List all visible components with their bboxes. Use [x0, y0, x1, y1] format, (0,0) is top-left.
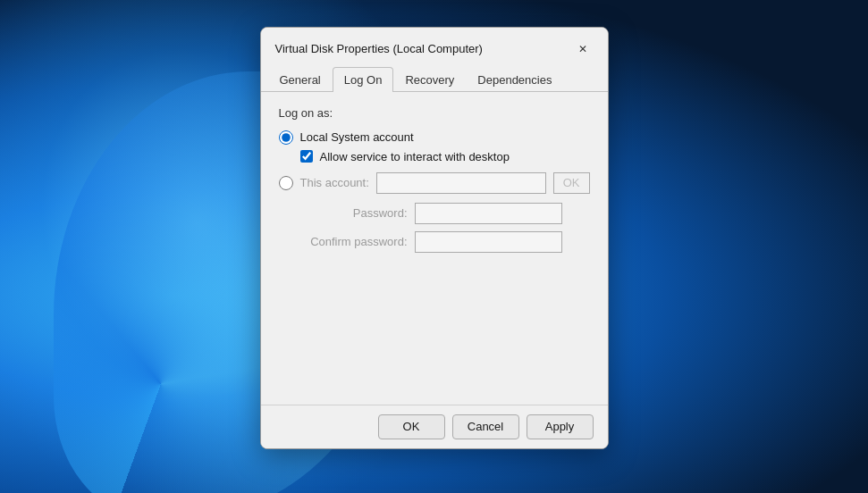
- cancel-button[interactable]: Cancel: [452, 414, 519, 439]
- ok-button[interactable]: OK: [378, 414, 445, 439]
- dialog-title: Virtual Disk Properties (Local Computer): [275, 42, 483, 55]
- dialog-overlay: Virtual Disk Properties (Local Computer)…: [0, 0, 868, 493]
- dialog-footer: OK Cancel Apply: [261, 405, 608, 448]
- this-account-radio[interactable]: [279, 176, 293, 190]
- password-label: Password:: [300, 206, 408, 220]
- this-account-input[interactable]: [376, 172, 546, 194]
- confirm-password-label: Confirm password:: [300, 235, 408, 248]
- logon-section-label: Log on as:: [279, 106, 590, 120]
- allow-desktop-label: Allow service to interact with desktop: [320, 150, 510, 163]
- title-bar: Virtual Disk Properties (Local Computer)…: [261, 28, 608, 67]
- local-system-radio[interactable]: [279, 130, 293, 145]
- tab-logon[interactable]: Log On: [333, 67, 394, 92]
- confirm-password-input[interactable]: [415, 231, 562, 253]
- password-row: Password:: [279, 203, 590, 224]
- close-button[interactable]: ✕: [572, 38, 594, 60]
- allow-desktop-checkbox[interactable]: [300, 150, 313, 163]
- tab-general[interactable]: General: [268, 67, 333, 92]
- dialog-window: Virtual Disk Properties (Local Computer)…: [260, 27, 609, 449]
- tab-recovery[interactable]: Recovery: [393, 67, 466, 92]
- confirm-password-row: Confirm password:: [279, 231, 590, 253]
- tab-bar: General Log On Recovery Dependencies: [261, 67, 608, 92]
- local-system-label: Local System account: [300, 130, 414, 144]
- this-account-label: This account:: [300, 176, 369, 189]
- browse-button[interactable]: OK: [553, 172, 590, 194]
- apply-button[interactable]: Apply: [527, 414, 594, 439]
- tab-dependencies[interactable]: Dependencies: [466, 67, 563, 92]
- allow-desktop-option: Allow service to interact with desktop: [300, 150, 590, 163]
- password-input[interactable]: [415, 203, 562, 224]
- local-system-option: Local System account: [279, 130, 590, 145]
- this-account-option: This account: OK: [279, 172, 590, 194]
- tab-content: Log on as: Local System account Allow se…: [261, 92, 608, 405]
- radio-group: Local System account Allow service to in…: [279, 130, 590, 253]
